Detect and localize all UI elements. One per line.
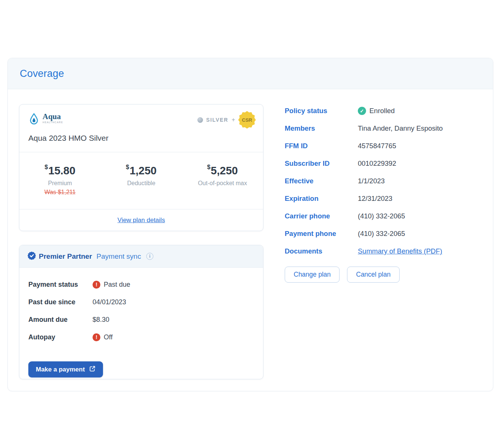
- stat-oop-max: $5,250 Out-of-pocket max: [182, 164, 263, 209]
- documents-label: Documents: [285, 247, 358, 255]
- plan-name: Aqua 2023 HMO Silver: [28, 134, 254, 143]
- policy-details: Policy status ✓ Enrolled Members Tina An…: [285, 107, 482, 283]
- plan-card: Aqua HEALTHCARE SILVER + CSR Aqua 2023 H…: [19, 104, 263, 231]
- plan-stats: $15.80 Premium Was $1,211 $1,250 Deducti…: [19, 152, 263, 209]
- subscriber-id-value: 0010229392: [358, 159, 396, 168]
- payment-phone-row: Payment phone (410) 332-2065: [285, 230, 482, 239]
- partner-title: Premier Partner: [39, 252, 92, 261]
- carrier-phone-label: Carrier phone: [285, 212, 358, 220]
- ffm-id-value: 4575847765: [358, 142, 396, 150]
- policy-actions: Change plan Cancel plan: [285, 267, 482, 283]
- policy-status-value: ✓ Enrolled: [358, 107, 395, 115]
- silver-dot-icon: [197, 117, 203, 123]
- policy-status-label: Policy status: [285, 107, 358, 115]
- payment-sync-card: Premier Partner Payment sync i Payment s…: [19, 245, 263, 379]
- external-link-icon: [89, 365, 96, 374]
- coverage-panel-header: Coverage: [8, 58, 493, 89]
- carrier-phone-row: Carrier phone (410) 332-2065: [285, 212, 482, 221]
- expiration-row: Expiration 12/31/2023: [285, 195, 482, 203]
- make-payment-button[interactable]: Make a payment: [28, 361, 103, 377]
- payment-sync-label: Payment sync: [97, 252, 141, 261]
- payment-phone-value: (410) 332-2065: [358, 230, 405, 238]
- subscriber-id-label: Subscriber ID: [285, 159, 358, 168]
- subscriber-id-row: Subscriber ID 0010229392: [285, 159, 482, 168]
- policy-status-row: Policy status ✓ Enrolled: [285, 107, 482, 116]
- members-label: Members: [285, 124, 358, 133]
- expiration-label: Expiration: [285, 195, 358, 203]
- premium-label: Premium: [19, 180, 101, 187]
- autopay-value: ! Off: [93, 333, 113, 341]
- summary-of-benefits-link[interactable]: Summary of Benefits (PDF): [358, 247, 442, 255]
- carrier-phone-value: (410) 332-2065: [358, 212, 405, 220]
- carrier-wordmark: Aqua HEALTHCARE: [43, 113, 63, 124]
- plan-card-header: Aqua HEALTHCARE SILVER + CSR Aqua 2023 H…: [19, 105, 263, 152]
- premium-was-price: Was $1,211: [19, 189, 101, 196]
- metal-tier-label: SILVER: [206, 117, 228, 123]
- amount-due-value: $8.30: [93, 316, 109, 324]
- alert-icon: !: [93, 281, 100, 289]
- ffm-id-row: FFM ID 4575847765: [285, 142, 482, 151]
- payment-status-label: Payment status: [28, 281, 93, 289]
- change-plan-button[interactable]: Change plan: [285, 267, 340, 283]
- stat-deductible: $1,250 Deductible: [101, 164, 182, 209]
- plan-card-footer: View plan details: [19, 209, 263, 231]
- csr-seal-icon: CSR: [238, 111, 256, 128]
- currency-sign: $: [45, 164, 48, 170]
- carrier-subtitle: HEALTHCARE: [43, 121, 63, 124]
- documents-row: Documents Summary of Benefits (PDF): [285, 247, 482, 256]
- ffm-id-label: FFM ID: [285, 142, 358, 150]
- effective-value: 1/1/2023: [358, 177, 385, 185]
- payment-status-value: ! Past due: [93, 281, 130, 289]
- info-icon[interactable]: i: [146, 253, 153, 260]
- amount-due-label: Amount due: [28, 316, 93, 324]
- coverage-panel: Coverage Aqua HEALTHCARE SILVER +: [7, 58, 493, 391]
- view-plan-details-link[interactable]: View plan details: [118, 217, 165, 224]
- payment-card-header: Premier Partner Payment sync i: [19, 245, 263, 268]
- deductible-label: Deductible: [101, 180, 182, 187]
- make-payment-label: Make a payment: [36, 366, 85, 373]
- stat-premium: $15.80 Premium Was $1,211: [19, 164, 101, 209]
- currency-sign: $: [126, 164, 129, 170]
- deductible-value: $1,250: [101, 164, 182, 177]
- members-value: Tina Ander, Danny Esposito: [358, 124, 443, 133]
- currency-sign: $: [207, 164, 210, 170]
- oop-max-label: Out-of-pocket max: [182, 180, 263, 187]
- csr-badge-label: CSR: [238, 111, 256, 128]
- past-due-since-value: 04/01/2023: [93, 298, 126, 306]
- tier-plus: +: [232, 116, 235, 123]
- premium-value: $15.80: [19, 164, 101, 177]
- amount-due-row: Amount due $8.30: [28, 315, 254, 324]
- alert-icon: !: [93, 333, 100, 341]
- payment-phone-label: Payment phone: [285, 230, 358, 238]
- oop-max-value: $5,250: [182, 164, 263, 177]
- page-title: Coverage: [20, 68, 64, 80]
- payment-card-body: Payment status ! Past due Past due since…: [19, 268, 263, 377]
- expiration-value: 12/31/2023: [358, 195, 393, 203]
- effective-label: Effective: [285, 177, 358, 185]
- payment-status-row: Payment status ! Past due: [28, 280, 254, 289]
- effective-row: Effective 1/1/2023: [285, 177, 482, 186]
- partner-seal-icon: [28, 252, 36, 261]
- tier-badges: SILVER + CSR: [197, 111, 256, 128]
- cancel-plan-button[interactable]: Cancel plan: [347, 267, 399, 283]
- water-drop-icon: [28, 113, 40, 128]
- past-due-since-row: Past due since 04/01/2023: [28, 298, 254, 307]
- carrier-name: Aqua: [43, 113, 63, 121]
- check-circle-icon: ✓: [358, 107, 366, 115]
- autopay-row: Autopay ! Off: [28, 333, 254, 342]
- members-row: Members Tina Ander, Danny Esposito: [285, 124, 482, 133]
- autopay-label: Autopay: [28, 333, 93, 341]
- past-due-since-label: Past due since: [28, 298, 93, 306]
